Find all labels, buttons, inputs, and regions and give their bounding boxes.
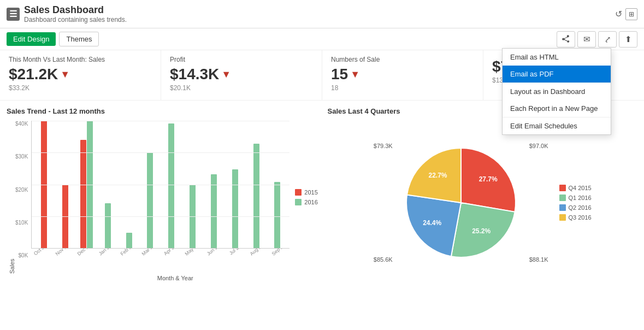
toolbar: Edit Design Themes ✉ ⤤ ⬆ [0, 28, 644, 50]
bar-chart-title: Sales Trend - Last 12 months [7, 107, 317, 115]
legend-2016-label: 2016 [304, 199, 317, 205]
pie-label-970k: $97.0K [529, 143, 548, 149]
pie-chart-svg-wrapper: 27.7%25.2%24.4%22.7% [398, 140, 524, 266]
pie-label-881k: $88.1K [529, 256, 548, 263]
kpi-profit: Profit $14.3K ▼ $20.1K [161, 50, 322, 100]
plus-icon: ☰ [9, 9, 17, 19]
legend-q4-2015: Q4 2015 [559, 185, 592, 191]
kpi-sales-down-icon: ▼ [60, 69, 70, 80]
legend-q3-2016: Q3 2016 [559, 214, 592, 221]
kpi-sales-prev: $33.2K [9, 84, 152, 92]
export-button[interactable]: ⤤ [598, 31, 617, 48]
legend-q2-2016: Q2 2016 [559, 204, 592, 211]
pie-chart-container: Sales Last 4 Quarters $79.3K $85.6K 27.7… [328, 107, 638, 323]
charts-area: Sales Trend - Last 12 months Sales $40K … [0, 101, 644, 330]
bar-chart-container: Sales Trend - Last 12 months Sales $40K … [7, 107, 317, 323]
legend-2016: 2016 [295, 199, 317, 205]
kpi-sales-label: This Month Vs Last Month: Sales [9, 56, 152, 63]
dropdown-each-report[interactable]: Each Report in a New Page [503, 100, 611, 117]
pie-chart-legend: Q4 2015 Q1 2016 Q2 2016 Q3 2016 [554, 185, 592, 221]
email-dropdown: Email as HTML Email as PDF Layout as in … [502, 48, 611, 135]
y-axis-title: Sales [7, 121, 15, 274]
share-button[interactable] [557, 31, 575, 48]
svg-text:22.7%: 22.7% [428, 172, 447, 179]
x-axis-title: Month & Year [34, 275, 317, 281]
page-subtitle: Dashboard containing sales trends. [24, 16, 615, 23]
upload-button[interactable]: ⬆ [619, 31, 637, 48]
kpi-number-sales-value: 15 ▼ [331, 66, 474, 83]
y-axis-labels: $40K $30K $20K $10K $0K [15, 121, 31, 274]
dropdown-email-html[interactable]: Email as HTML [503, 49, 611, 66]
kpi-number-sales: Numbers of Sale 15 ▼ 18 [322, 50, 483, 100]
app-icon: ☰ [7, 8, 20, 21]
kpi-number-sales-label: Numbers of Sale [331, 56, 474, 63]
dropdown-layout-dashboard[interactable]: Layout as in Dashboard [503, 83, 611, 100]
kpi-profit-down-icon: ▼ [221, 69, 231, 80]
edit-design-button[interactable]: Edit Design [7, 32, 56, 46]
kpi-profit-label: Profit [170, 56, 313, 63]
toolbar-right: ✉ ⤤ ⬆ [557, 31, 637, 48]
kpi-sales-value: $21.2K ▼ [9, 66, 152, 83]
themes-button[interactable]: Themes [59, 32, 99, 46]
legend-2015-label: 2015 [304, 189, 317, 196]
dropdown-edit-schedules[interactable]: Edit Email Schedules [503, 117, 611, 134]
svg-text:25.2%: 25.2% [472, 227, 491, 235]
page-title: Sales Dashboard [24, 4, 615, 16]
bar-chart-legend: 2015 2016 [289, 121, 317, 274]
svg-text:27.7%: 27.7% [478, 175, 497, 183]
dropdown-email-pdf[interactable]: Email as PDF [503, 66, 611, 82]
pie-label-856k: $85.6K [374, 256, 393, 263]
kpi-number-sales-prev: 18 [331, 84, 474, 92]
kpi-sales: This Month Vs Last Month: Sales $21.2K ▼… [0, 50, 161, 100]
kpi-profit-prev: $20.1K [170, 84, 313, 92]
header-title-block: Sales Dashboard Dashboard containing sal… [24, 4, 615, 23]
legend-2015-color [295, 189, 302, 196]
grid-icon[interactable]: ⊞ [625, 8, 637, 20]
kpi-number-sales-down-icon: ▼ [350, 69, 360, 80]
refresh-icon[interactable]: ↺ [615, 9, 622, 19]
legend-2016-color [295, 199, 302, 205]
header-actions: ↺ ⊞ [615, 8, 637, 20]
email-button[interactable]: ✉ [577, 31, 596, 48]
kpi-profit-value: $14.3K ▼ [170, 66, 313, 83]
pie-label-79k: $79.3K [374, 143, 393, 149]
legend-2015: 2015 [295, 189, 317, 196]
legend-q1-2016: Q1 2016 [559, 195, 592, 201]
svg-text:24.4%: 24.4% [423, 219, 441, 227]
